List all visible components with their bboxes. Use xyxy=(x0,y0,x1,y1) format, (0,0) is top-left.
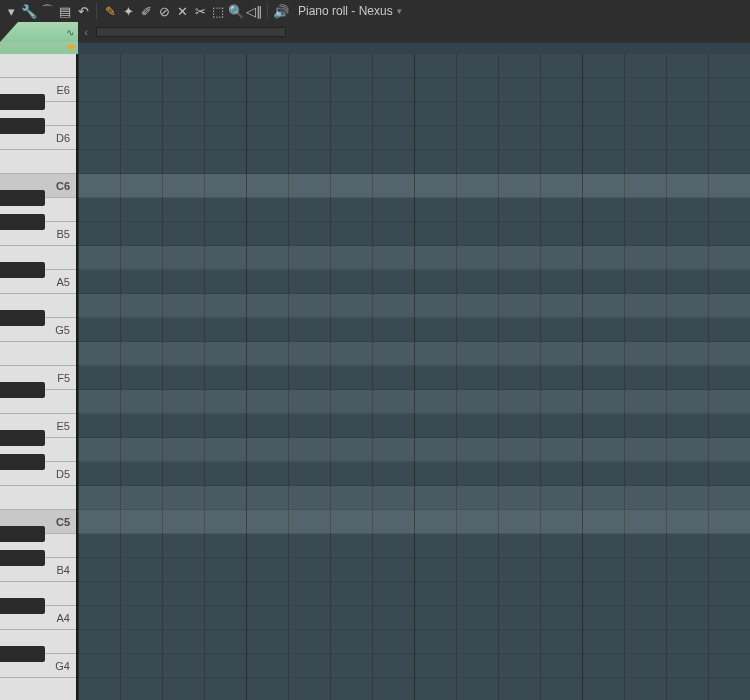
piano-roll-main: E6D6C6B5A5G5F5E5D5C5B4A4G4 xyxy=(0,54,750,700)
grid-row[interactable] xyxy=(78,534,750,558)
timeline-ruler xyxy=(0,42,750,54)
key-label: C6 xyxy=(56,180,70,192)
piano-key[interactable] xyxy=(0,486,76,510)
draw-icon[interactable]: ✎ xyxy=(101,2,119,20)
title-dropdown-icon[interactable]: ▾ xyxy=(397,6,402,16)
grid-row[interactable] xyxy=(78,78,750,102)
key-label: F5 xyxy=(57,372,70,384)
piano-black-key[interactable] xyxy=(0,430,45,446)
grid-row[interactable] xyxy=(78,366,750,390)
playhead-marker-icon[interactable] xyxy=(66,45,76,51)
grid-row[interactable] xyxy=(78,390,750,414)
brush-icon[interactable]: ✐ xyxy=(137,2,155,20)
playback-icon[interactable]: ◁∥ xyxy=(245,2,263,20)
piano-key[interactable] xyxy=(0,54,76,78)
key-label: A5 xyxy=(57,276,70,288)
slice-icon[interactable]: ✂ xyxy=(191,2,209,20)
piano-black-key[interactable] xyxy=(0,454,45,470)
key-label: G4 xyxy=(55,660,70,672)
tab-menu-icon: ∿ xyxy=(66,27,74,38)
piano-black-key[interactable] xyxy=(0,526,45,542)
piano-black-key[interactable] xyxy=(0,310,45,326)
grid-row[interactable] xyxy=(78,606,750,630)
key-label: D5 xyxy=(56,468,70,480)
grid-row[interactable] xyxy=(78,462,750,486)
ruler-corner xyxy=(0,42,78,54)
key-label: E5 xyxy=(57,420,70,432)
snap-icon[interactable]: ⌒ xyxy=(38,2,56,20)
grid-row[interactable] xyxy=(78,342,750,366)
pattern-tab[interactable]: ∿ xyxy=(0,22,78,42)
piano-black-key[interactable] xyxy=(0,262,45,278)
select-icon[interactable]: ⬚ xyxy=(209,2,227,20)
toolbar-separator xyxy=(267,3,268,19)
grid-row[interactable] xyxy=(78,558,750,582)
grid-row[interactable] xyxy=(78,246,750,270)
key-label: G5 xyxy=(55,324,70,336)
toolbar: ▾🔧⌒▤↶✎✦✐⊘✕✂⬚🔍◁∥🔊Piano roll - Nexus▾ xyxy=(0,0,750,22)
zoom-icon[interactable]: 🔍 xyxy=(227,2,245,20)
grid-row[interactable] xyxy=(78,414,750,438)
key-label: E6 xyxy=(57,84,70,96)
grid-row[interactable] xyxy=(78,198,750,222)
grid-row[interactable] xyxy=(78,438,750,462)
window-title: Piano roll - Nexus xyxy=(298,4,393,18)
grid-row[interactable] xyxy=(78,102,750,126)
horizontal-scrollbar[interactable] xyxy=(96,27,286,37)
key-label: C5 xyxy=(56,516,70,528)
piano-black-key[interactable] xyxy=(0,214,45,230)
grid-row[interactable] xyxy=(78,630,750,654)
grid-row[interactable] xyxy=(78,54,750,78)
grid-row[interactable] xyxy=(78,318,750,342)
grid-row[interactable] xyxy=(78,126,750,150)
piano-black-key[interactable] xyxy=(0,550,45,566)
piano-black-key[interactable] xyxy=(0,190,45,206)
toolbar-separator xyxy=(96,3,97,19)
key-label: B5 xyxy=(57,228,70,240)
piano-key[interactable] xyxy=(0,678,76,700)
grid-row[interactable] xyxy=(78,150,750,174)
grid-row[interactable] xyxy=(78,582,750,606)
grid-row[interactable] xyxy=(78,270,750,294)
dropdown-icon[interactable]: ▾ xyxy=(2,2,20,20)
undo-icon[interactable]: ↶ xyxy=(74,2,92,20)
grid-row[interactable] xyxy=(78,678,750,700)
key-label: B4 xyxy=(57,564,70,576)
stamp-icon[interactable]: ▤ xyxy=(56,2,74,20)
grid-row[interactable] xyxy=(78,294,750,318)
piano-black-key[interactable] xyxy=(0,118,45,134)
piano-key[interactable] xyxy=(0,342,76,366)
paint-icon[interactable]: ✦ xyxy=(119,2,137,20)
grid-row[interactable] xyxy=(78,654,750,678)
key-label: D6 xyxy=(56,132,70,144)
speaker-icon[interactable]: 🔊 xyxy=(272,2,290,20)
grid-row[interactable] xyxy=(78,174,750,198)
mute-icon[interactable]: ✕ xyxy=(173,2,191,20)
grid-row[interactable] xyxy=(78,486,750,510)
subheader: ∿ ‹ xyxy=(0,22,750,42)
piano-black-key[interactable] xyxy=(0,646,45,662)
grid-row[interactable] xyxy=(78,510,750,534)
key-label: A4 xyxy=(57,612,70,624)
timeline-track[interactable] xyxy=(78,42,750,54)
piano-keyboard[interactable]: E6D6C6B5A5G5F5E5D5C5B4A4G4 xyxy=(0,54,78,700)
grid-row[interactable] xyxy=(78,222,750,246)
piano-black-key[interactable] xyxy=(0,94,45,110)
scroll-left-icon[interactable]: ‹ xyxy=(78,24,94,40)
piano-black-key[interactable] xyxy=(0,598,45,614)
delete-icon[interactable]: ⊘ xyxy=(155,2,173,20)
note-grid[interactable] xyxy=(78,54,750,700)
piano-black-key[interactable] xyxy=(0,382,45,398)
piano-key[interactable] xyxy=(0,150,76,174)
wrench-icon[interactable]: 🔧 xyxy=(20,2,38,20)
